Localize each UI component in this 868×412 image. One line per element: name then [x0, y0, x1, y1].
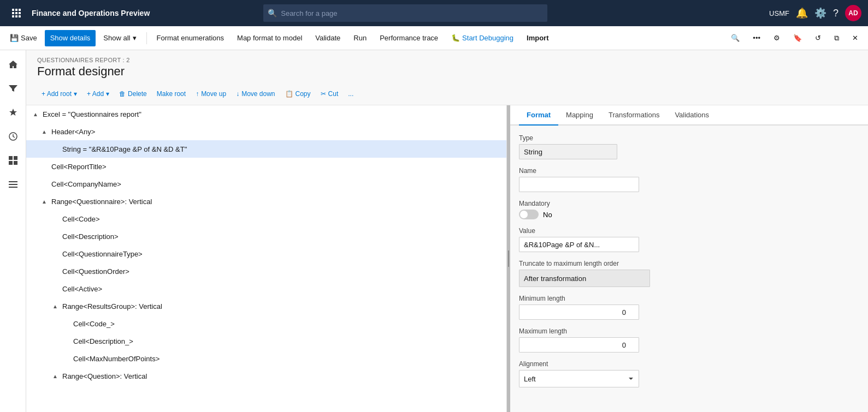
tree-item-range-results-group[interactable]: ▲ Range<ResultsGroup>: Vertical: [26, 297, 506, 315]
list-icon[interactable]: [3, 175, 23, 194]
tree-item-cell-questionnaire-type[interactable]: Cell<QuestionnaireType>: [26, 245, 506, 262]
tree-item-range-question[interactable]: ▲ Range<Question>: Vertical: [26, 367, 506, 385]
min-length-input[interactable]: [519, 304, 639, 320]
tree-item-label: Cell<Code_>: [73, 320, 115, 328]
filter-icon[interactable]: [3, 79, 23, 98]
tree-item-range-questionnaire[interactable]: ▲ Range<Questionnaire>: Vertical: [26, 193, 506, 210]
tree-item-label: Cell<CompanyName>: [51, 180, 121, 188]
tree-item-cell-max-points[interactable]: Cell<MaxNumberOfPoints>: [26, 350, 506, 367]
alignment-select[interactable]: Left Center Right: [519, 370, 639, 387]
svg-rect-10: [9, 156, 13, 160]
truncate-label: Truncate to maximum length order: [519, 260, 859, 267]
format-enumerations-button[interactable]: Format enumerations: [151, 30, 230, 46]
tree-item-label: Range<Question>: Vertical: [62, 372, 147, 380]
svg-rect-5: [19, 12, 21, 14]
tree-item-cell-active[interactable]: Cell<Active>: [26, 280, 506, 297]
close-button[interactable]: ✕: [847, 30, 864, 46]
mandatory-toggle-wrap: No: [519, 210, 859, 219]
search-icon: 🔍: [268, 9, 277, 17]
tab-mapping[interactable]: Mapping: [558, 105, 601, 126]
tree-item-cell-description[interactable]: Cell<Description>: [26, 228, 506, 245]
more-cmd-button[interactable]: •••: [747, 30, 766, 46]
tree-item-header[interactable]: ▲ Header<Any>: [26, 123, 506, 140]
cmd-right: 🔍 ••• ⚙ 🔖 ↺ ⧉ ✕: [725, 30, 864, 46]
copy-icon: 📋: [285, 90, 293, 98]
run-button[interactable]: Run: [348, 30, 372, 46]
body-split: ▲ Excel = "Questionnaires report" ▲ Head…: [26, 105, 868, 412]
svg-rect-8: [19, 15, 21, 17]
tab-transformations[interactable]: Transformations: [601, 105, 667, 126]
clock-icon[interactable]: [3, 127, 23, 146]
svg-rect-15: [9, 184, 17, 185]
command-bar: 💾 Save Show details Show all ▾ Format en…: [0, 26, 868, 50]
field-value: Value: [519, 227, 859, 252]
tree-item-cell-description-under[interactable]: Cell<Description_>: [26, 332, 506, 350]
star-icon[interactable]: [3, 103, 23, 122]
tree-item-cell-question-order[interactable]: Cell<QuestionOrder>: [26, 262, 506, 280]
start-debugging-button[interactable]: 🐛 Start Debugging: [446, 30, 519, 46]
grid-menu-icon[interactable]: [7, 3, 26, 23]
tree-item-string[interactable]: String = "&R&10Page &P of &N &D &T": [26, 140, 506, 158]
value-label: Value: [519, 227, 859, 235]
toggle-excel: ▲: [33, 111, 40, 117]
field-truncate: Truncate to maximum length order After t…: [519, 260, 859, 287]
toggle-range-questionnaire: ▲: [42, 199, 49, 205]
search-input[interactable]: [263, 4, 547, 22]
max-length-input[interactable]: [519, 337, 639, 353]
map-format-button[interactable]: Map format to model: [232, 30, 308, 46]
show-details-button[interactable]: Show details: [45, 30, 96, 46]
svg-rect-16: [9, 187, 17, 188]
value-input[interactable]: [519, 237, 639, 252]
home-icon[interactable]: [3, 55, 23, 74]
breadcrumb: QUESTIONNAIRES REPORT : 2: [37, 57, 857, 63]
open-new-window-button[interactable]: ⧉: [829, 30, 845, 46]
tab-format[interactable]: Format: [519, 105, 558, 126]
toggle-range-results: ▲: [52, 303, 60, 309]
tree-item-label: Range<Questionnaire>: Vertical: [51, 198, 152, 206]
field-mandatory: Mandatory No: [519, 200, 859, 219]
move-down-button[interactable]: ↓ Move down: [232, 86, 279, 101]
truncate-select[interactable]: After transformation: [519, 270, 650, 287]
settings-cmd-button[interactable]: ⚙: [768, 30, 786, 46]
resize-handle[interactable]: [507, 105, 510, 412]
tree-item-cell-code-under[interactable]: Cell<Code_>: [26, 315, 506, 332]
add-root-button[interactable]: + Add root ▾: [37, 86, 81, 101]
cut-button[interactable]: ✂ Cut: [316, 86, 343, 101]
make-root-button[interactable]: Make root: [152, 86, 190, 101]
tree-item-excel[interactable]: ▲ Excel = "Questionnaires report": [26, 105, 506, 123]
props-body: Type Name Mandatory No: [510, 126, 868, 404]
type-input[interactable]: [519, 144, 617, 159]
help-icon[interactable]: ?: [833, 8, 839, 19]
name-input[interactable]: [519, 177, 639, 192]
tree-item-label: Cell<QuestionOrder>: [62, 267, 129, 276]
tab-validations[interactable]: Validations: [667, 105, 717, 126]
refresh-cmd-button[interactable]: ↺: [810, 30, 826, 46]
validate-button[interactable]: Validate: [310, 30, 346, 46]
tree-item-cell-company-name[interactable]: Cell<CompanyName>: [26, 175, 506, 193]
svg-rect-7: [15, 15, 17, 17]
tree-item-cell-report-title[interactable]: Cell<ReportTitle>: [26, 158, 506, 175]
delete-button[interactable]: 🗑 Delete: [115, 86, 151, 101]
bookmark-cmd-button[interactable]: 🔖: [788, 30, 807, 46]
notification-icon[interactable]: 🔔: [796, 7, 808, 19]
settings-icon[interactable]: ⚙️: [814, 7, 826, 19]
show-all-button[interactable]: Show all ▾: [98, 30, 141, 46]
tree-item-cell-code[interactable]: Cell<Code>: [26, 210, 506, 228]
save-button[interactable]: 💾 Save: [4, 30, 43, 46]
performance-trace-button[interactable]: Performance trace: [374, 30, 444, 46]
more-toolbar-button[interactable]: ...: [344, 86, 358, 101]
name-label: Name: [519, 167, 859, 175]
top-nav: Finance and Operations Preview 🔍 USMF 🔔 …: [0, 0, 868, 26]
grid-icon[interactable]: [3, 151, 23, 170]
search-cmd-button[interactable]: 🔍: [725, 30, 745, 46]
add-button[interactable]: + Add ▾: [82, 86, 114, 101]
mandatory-toggle[interactable]: [519, 210, 539, 219]
svg-rect-4: [15, 12, 17, 14]
import-button[interactable]: Import: [521, 30, 554, 46]
copy-button[interactable]: 📋 Copy: [281, 86, 315, 101]
delete-icon: 🗑: [119, 90, 126, 98]
tree-item-label: Range<ResultsGroup>: Vertical: [62, 302, 162, 311]
move-up-icon: ↑: [196, 90, 199, 98]
move-up-button[interactable]: ↑ Move up: [191, 86, 231, 101]
toolbar: + Add root ▾ + Add ▾ 🗑 Delete Make root …: [26, 83, 868, 105]
